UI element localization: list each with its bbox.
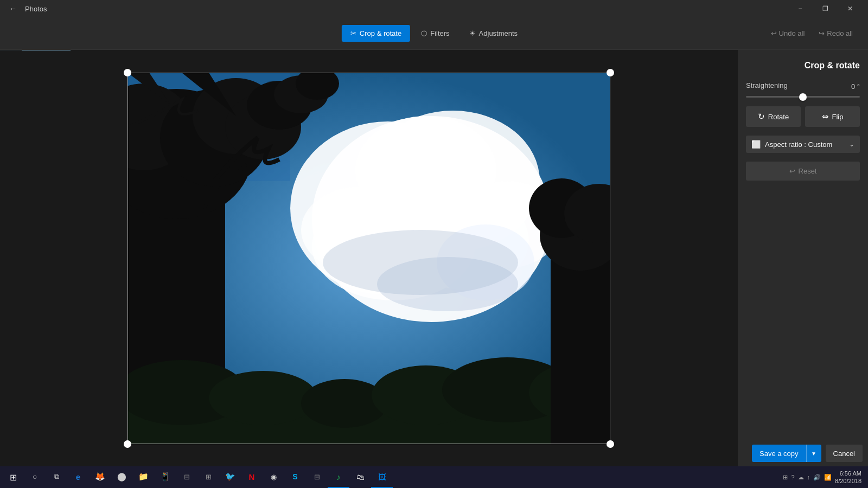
- crop-rotate-tab[interactable]: ✂ Crop & rotate: [342, 25, 410, 42]
- adjustments-tab[interactable]: ☀ Adjustments: [461, 25, 527, 42]
- tray-icon-2: ?: [791, 474, 794, 480]
- main-canvas: [0, 50, 738, 466]
- flip-icon: ⇔: [822, 112, 829, 121]
- svg-point-19: [377, 257, 518, 311]
- taskbar-twitter-icon[interactable]: 🐦: [219, 466, 241, 488]
- filters-tab[interactable]: ⬡ Filters: [412, 25, 458, 42]
- panel-title: Crop & rotate: [746, 61, 860, 70]
- filter-icon: ⬡: [421, 29, 427, 37]
- start-button[interactable]: ⊞: [2, 466, 24, 488]
- taskbar-n-icon[interactable]: N: [241, 466, 263, 488]
- taskbar-phone-icon[interactable]: 📱: [154, 466, 176, 488]
- redo-all-button[interactable]: ↪ Redo all: [814, 27, 857, 40]
- titlebar-left: ← Photos: [5, 1, 47, 16]
- tray-icon-6: 📶: [824, 474, 832, 481]
- crop-corner-tl[interactable]: [124, 69, 131, 76]
- straightening-section: Straightening 0 °: [746, 81, 860, 98]
- back-button[interactable]: ←: [5, 1, 21, 16]
- reset-button[interactable]: ↩ Reset: [746, 162, 860, 181]
- app-title: Photos: [25, 5, 47, 13]
- minimize-button[interactable]: −: [788, 0, 813, 17]
- close-button[interactable]: ✕: [838, 0, 863, 17]
- aspect-ratio-dropdown[interactable]: ⬜ Aspect ratio : Custom ⌄: [746, 136, 860, 153]
- taskbar-explorer-icon[interactable]: 📁: [132, 466, 154, 488]
- taskbar-firefox-icon[interactable]: 🦊: [89, 466, 111, 488]
- tray-icon-4: ↑: [807, 474, 810, 480]
- titlebar-controls: − ❐ ✕: [788, 0, 863, 17]
- reset-icon: ↩: [789, 167, 795, 175]
- straightening-value: 0 °: [851, 82, 860, 91]
- taskbar-search[interactable]: ○: [24, 466, 46, 488]
- straightening-header: Straightening 0 °: [746, 81, 860, 92]
- crop-corner-tr[interactable]: [607, 69, 614, 76]
- titlebar: ← Photos − ❐ ✕: [0, 0, 868, 17]
- flip-button[interactable]: ⇔ Flip: [805, 106, 860, 127]
- taskbar-app2-icon[interactable]: ⊞: [197, 466, 219, 488]
- save-copy-label[interactable]: Save a copy: [752, 445, 806, 462]
- taskbar-time: 6:56 AM 8/20/2018: [835, 470, 861, 485]
- straightening-label: Straightening: [746, 81, 788, 89]
- photo: [127, 73, 610, 444]
- rotate-flip-row: ↻ Rotate ⇔ Flip: [746, 106, 860, 127]
- taskbar-app3-icon[interactable]: ◉: [263, 466, 284, 488]
- toolbar-right: ↩ Undo all ↪ Redo all: [767, 27, 857, 40]
- aspect-ratio-value: Custom: [808, 140, 833, 149]
- aspect-ratio-left: ⬜ Aspect ratio : Custom: [751, 140, 832, 149]
- toolbar-center: ✂ Crop & rotate ⬡ Filters ☀ Adjustments: [342, 25, 526, 42]
- adjustments-icon: ☀: [469, 29, 476, 37]
- undo-icon: ↩: [771, 29, 777, 37]
- crop-icon: ✂: [350, 29, 356, 37]
- save-copy-arrow[interactable]: ▼: [806, 445, 821, 462]
- right-panel: Crop & rotate Straightening 0 ° ↻ Rotate…: [738, 50, 868, 466]
- aspect-ratio-colon: :: [804, 140, 808, 149]
- crop-corner-bl[interactable]: [124, 440, 131, 448]
- taskbar-task-view[interactable]: ⧉: [46, 466, 67, 488]
- taskbar-edge-icon[interactable]: e: [67, 466, 89, 488]
- tray-icon-1: ⊞: [783, 474, 788, 481]
- cancel-button[interactable]: Cancel: [826, 445, 863, 462]
- tray-icon-3: ☁: [798, 474, 804, 481]
- taskbar-spotify-icon[interactable]: ♪: [328, 466, 349, 488]
- rotate-button[interactable]: ↻ Rotate: [746, 106, 801, 127]
- undo-all-button[interactable]: ↩ Undo all: [767, 27, 809, 40]
- aspect-ratio-label: Aspect ratio: [765, 140, 802, 149]
- restore-button[interactable]: ❐: [813, 0, 838, 17]
- toolbar: ✂ Crop & rotate ⬡ Filters ☀ Adjustments …: [0, 17, 868, 50]
- straightening-slider-track[interactable]: [746, 96, 860, 98]
- chevron-down-icon: ⌄: [849, 140, 854, 148]
- tray-icon-5: 🔊: [813, 474, 821, 481]
- taskbar-skype-icon[interactable]: S: [284, 466, 306, 488]
- footer-buttons: Save a copy ▼ Cancel: [752, 445, 863, 462]
- aspect-ratio-icon: ⬜: [751, 140, 761, 149]
- taskbar-right: ⊞ ? ☁ ↑ 🔊 📶 6:56 AM 8/20/2018: [783, 470, 866, 485]
- taskbar-app1-icon[interactable]: ⊟: [176, 466, 197, 488]
- svg-point-32: [209, 371, 317, 425]
- photo-background: [127, 73, 610, 444]
- taskbar-chrome-icon[interactable]: ⬤: [111, 466, 132, 488]
- save-copy-button[interactable]: Save a copy ▼: [752, 445, 821, 462]
- taskbar-store-icon[interactable]: 🛍: [349, 466, 371, 488]
- straightening-slider-thumb[interactable]: [799, 93, 807, 101]
- taskbar-app4-icon[interactable]: ⊟: [306, 466, 328, 488]
- taskbar: ⊞ ○ ⧉ e 🦊 ⬤ 📁 📱 ⊟ ⊞ 🐦 N ◉ S ⊟ ♪ 🛍 🖼 ⊞ ? …: [0, 466, 868, 488]
- image-container[interactable]: [127, 73, 610, 444]
- photo-svg: [127, 73, 610, 444]
- rotate-icon: ↻: [758, 112, 765, 121]
- crop-corner-br[interactable]: [607, 440, 614, 448]
- redo-icon: ↪: [819, 29, 825, 37]
- taskbar-photos-icon[interactable]: 🖼: [371, 466, 393, 488]
